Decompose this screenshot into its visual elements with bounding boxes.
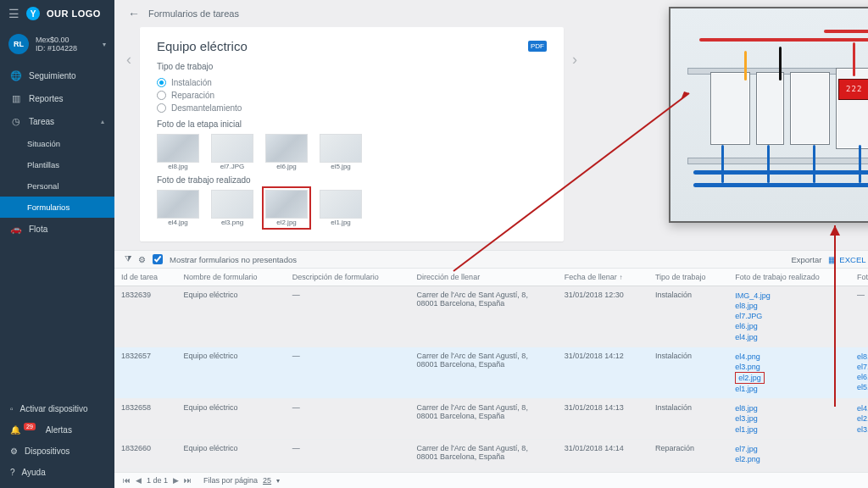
file-link[interactable]: el3.png (735, 362, 843, 372)
radio-instalacion[interactable]: Instalación (157, 76, 547, 89)
user-block[interactable]: RL Mex$0.00 ID: #104228 ▾ (0, 27, 114, 61)
file-link[interactable]: el6.jpg (857, 372, 868, 382)
cell-id: 1832660 (114, 439, 176, 469)
file-link[interactable]: el6.jpg (735, 321, 843, 331)
sidebar-item-tareas[interactable]: ◷Tareas▴ (0, 110, 114, 133)
col-desc[interactable]: Descripción de formulario (286, 269, 410, 286)
logo-text: OUR LOGO (47, 8, 101, 19)
file-link[interactable]: el7.JPG (857, 362, 868, 372)
thumbnail[interactable]: el1.jpg (320, 190, 362, 226)
file-link[interactable]: el8.jpg (735, 301, 843, 311)
next-form-button[interactable]: › (570, 27, 579, 92)
col-nombre[interactable]: Nombre de formulario (176, 269, 285, 286)
rows-per-page-select[interactable]: 25 (263, 476, 271, 485)
file-link[interactable]: el1.jpg (735, 384, 843, 394)
radio-reparacion[interactable]: Reparación (157, 89, 547, 102)
sort-asc-icon: ↑ (619, 274, 622, 281)
col-dir[interactable]: Dirección de llenar (410, 269, 558, 286)
sidebar-item-activar[interactable]: ▫Activar dispositivo (0, 398, 114, 419)
sidebar-item-plantillas[interactable]: Plantillas (0, 154, 114, 175)
sidebar-item-reportes[interactable]: ▥Reportes (0, 87, 114, 110)
thumbnail[interactable]: el4.jpg (157, 190, 199, 226)
cell-fecha: 31/01/2018 14:14 (558, 439, 648, 469)
sidebar-item-ayuda[interactable]: ?Ayuda (0, 462, 114, 483)
pdf-icon[interactable]: PDF (528, 41, 547, 52)
thumbnail[interactable]: el3.png (211, 190, 253, 226)
bell-icon: 🔔 (10, 425, 20, 435)
chevron-down-icon: ▾ (276, 477, 280, 485)
clock-icon: ◷ (10, 116, 22, 127)
sidebar: ☰ Y OUR LOGO RL Mex$0.00 ID: #104228 ▾ 🌐… (0, 0, 114, 488)
file-link[interactable]: el7.jpg (735, 444, 843, 454)
cell-tipo: Instalación (648, 347, 728, 399)
thumbnail[interactable]: el6.jpg (265, 134, 308, 170)
cell-foto-real: IMG_4.jpgel8.jpgel7.JPGel6.jpgel4.jpg (728, 286, 850, 347)
file-link[interactable]: el1.jpg (735, 424, 843, 435)
col-fecha[interactable]: Fecha de llenar ↑ (558, 269, 648, 286)
thumbnail[interactable]: el2.jpg (265, 190, 308, 226)
sidebar-item-dispositivos[interactable]: ⚙Dispositivos (0, 441, 114, 462)
sidebar-item-personal[interactable]: Personal (0, 175, 114, 197)
cell-foto-ini: el4.jpgel2.jpgel3.png (850, 399, 868, 439)
sidebar-item-situacion[interactable]: Situación (0, 133, 114, 154)
col-tipo[interactable]: Tipo de trabajo (648, 269, 728, 286)
table-row[interactable]: 1832658Equipo eléctrico—Carrer de l'Arc … (114, 399, 868, 439)
table-row[interactable]: 1832660Equipo eléctrico—Carrer de l'Arc … (114, 439, 868, 469)
file-link[interactable]: el2.png (735, 454, 843, 464)
thumbnail[interactable]: el7.JPG (211, 134, 253, 170)
file-link[interactable]: el3.png (857, 424, 868, 435)
gear-icon: ⚙ (10, 446, 18, 456)
file-link[interactable]: el3.jpg (735, 413, 843, 424)
page-first-button[interactable]: ⏮ (123, 476, 131, 485)
back-icon[interactable]: ← (128, 7, 140, 20)
file-link[interactable]: el4.png (735, 352, 843, 362)
filter-icon[interactable]: ⧩ (125, 254, 131, 264)
table-row[interactable]: 1832657Equipo eléctrico—Carrer de l'Arc … (114, 347, 868, 399)
cell-fecha: 31/01/2018 14:12 (558, 347, 648, 399)
thumbnail-image (211, 134, 253, 163)
sidebar-item-label: Tareas (29, 117, 54, 126)
sidebar-item-label: Ayuda (22, 468, 46, 477)
thumbnail[interactable]: el8.jpg (157, 134, 199, 170)
file-link[interactable]: el2.jpg (735, 372, 765, 384)
col-id[interactable]: Id de tarea (114, 269, 176, 286)
col-foto-ini[interactable]: Foto de la etapa inicial (850, 269, 868, 286)
sidebar-item-formularios[interactable]: Formularios (0, 197, 114, 218)
file-link[interactable]: el4.jpg (735, 332, 843, 342)
export-label: Exportar (791, 255, 821, 264)
export-excel-button[interactable]: ▦EXCEL (828, 255, 865, 264)
sidebar-item-alertas[interactable]: 🔔29Alertas (0, 419, 114, 441)
cell-foto-ini (850, 439, 868, 469)
page-last-button[interactable]: ⏭ (184, 476, 192, 485)
table-row[interactable]: 1832639Equipo eléctrico—Carrer de l'Arc … (114, 286, 868, 347)
show-unsubmitted-checkbox[interactable] (153, 254, 163, 264)
cell-desc: — (286, 399, 410, 439)
menu-icon[interactable]: ☰ (8, 7, 19, 20)
page-prev-button[interactable]: ◀ (136, 476, 142, 485)
page-position: 1 de 1 (147, 476, 168, 485)
cell-desc: — (286, 439, 410, 469)
radio-desmantelamiento[interactable]: Desmantelamiento (157, 102, 547, 114)
cell-nombre: Equipo eléctrico (176, 399, 285, 439)
cell-desc: — (286, 286, 410, 347)
file-link[interactable]: el8.jpg (857, 352, 868, 362)
file-link[interactable]: el2.jpg (857, 413, 868, 424)
file-link[interactable]: IMG_4.jpg (735, 291, 843, 301)
settings-icon[interactable]: ⚙ (138, 255, 146, 264)
sidebar-item-label: Reportes (29, 94, 64, 103)
forms-table: Id de tarea Nombre de formulario Descrip… (114, 269, 868, 469)
prev-form-button[interactable]: ‹ (125, 27, 133, 92)
radio-icon (157, 103, 166, 113)
cell-desc: — (286, 347, 410, 399)
page-next-button[interactable]: ▶ (173, 476, 179, 485)
section-foto-inicial-label: Foto de la etapa inicial (157, 119, 547, 129)
file-link[interactable]: el7.JPG (735, 311, 843, 321)
thumbnail[interactable]: el5.jpg (320, 134, 362, 170)
cell-nombre: Equipo eléctrico (176, 286, 285, 347)
sidebar-item-seguimiento[interactable]: 🌐Seguimiento (0, 64, 114, 87)
col-foto-real[interactable]: Foto de trabajo realizado (728, 269, 850, 286)
file-link[interactable]: el4.jpg (857, 403, 868, 413)
file-link[interactable]: el5.jpg (857, 382, 868, 392)
sidebar-item-flota[interactable]: 🚗Flota (0, 218, 114, 241)
file-link[interactable]: el8.jpg (735, 403, 843, 413)
